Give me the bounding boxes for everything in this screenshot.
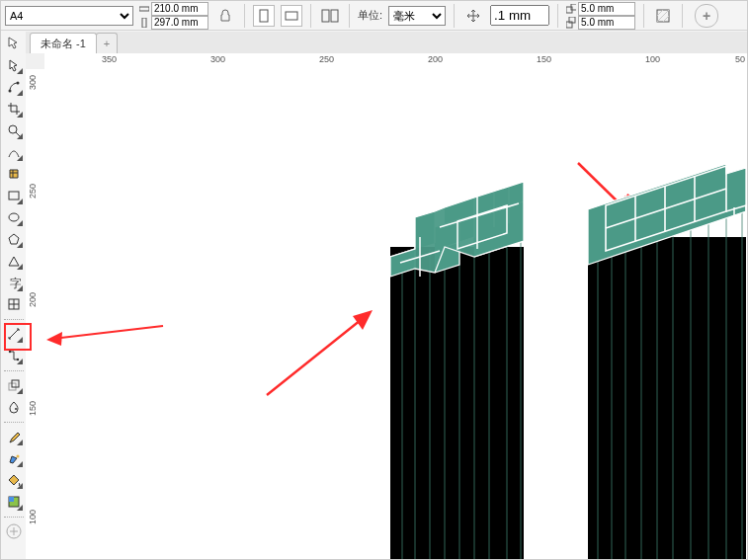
zoom-tool[interactable] <box>4 120 24 140</box>
ruler-label: 100 <box>645 54 660 64</box>
toolbox: 字 <box>1 53 27 559</box>
toolbox-separator <box>4 318 24 320</box>
rectangle-tool[interactable] <box>4 186 24 205</box>
svg-point-22 <box>15 408 17 410</box>
interactive-effects-tool[interactable] <box>4 375 24 395</box>
crop-tool[interactable] <box>4 99 24 119</box>
orientation-landscape-button[interactable] <box>281 5 302 27</box>
new-document-tab-button[interactable]: + <box>96 33 118 53</box>
svg-rect-3 <box>286 12 297 20</box>
page-height-input[interactable] <box>151 16 208 30</box>
separator <box>454 4 455 28</box>
nudge-icon <box>462 5 484 27</box>
artwork-left-glyph <box>390 182 524 559</box>
eyedropper-tool[interactable] <box>4 427 24 446</box>
separator <box>349 4 350 28</box>
separator <box>643 4 644 28</box>
apply-page-layout-icon[interactable] <box>319 5 341 27</box>
pick-tool[interactable] <box>4 55 24 75</box>
add-tool-button[interactable] <box>4 521 24 541</box>
ruler-label: 150 <box>28 401 38 416</box>
svg-marker-28 <box>46 332 62 346</box>
svg-point-13 <box>9 125 17 133</box>
horizontal-ruler[interactable]: 350 300 250 200 150 100 50 <box>44 53 747 70</box>
smart-fill-tool[interactable] <box>4 164 24 184</box>
svg-rect-34 <box>390 247 524 559</box>
transparency-tool[interactable] <box>4 397 24 417</box>
svg-point-11 <box>8 90 11 93</box>
interactive-fill-tool[interactable] <box>4 470 24 490</box>
duplicate-x-input[interactable] <box>578 2 635 16</box>
toolbox-separator <box>4 369 24 371</box>
nudge-distance-input[interactable] <box>490 5 549 26</box>
ruler-label: 100 <box>28 510 38 524</box>
page-width-input[interactable] <box>151 2 208 16</box>
svg-point-23 <box>16 455 19 458</box>
paper-size-select[interactable]: A4 <box>5 6 133 26</box>
annotation-arrow <box>267 310 373 395</box>
svg-rect-4 <box>322 10 329 22</box>
shape-tool[interactable] <box>4 77 24 97</box>
duplicate-y-input[interactable] <box>578 16 635 30</box>
ellipse-tool[interactable] <box>4 207 24 227</box>
mesh-fill-tool[interactable] <box>4 492 24 512</box>
drawing-canvas[interactable] <box>44 69 747 559</box>
document-tab-strip: 未命名 -1 + <box>26 32 747 54</box>
toolbox-separator <box>4 421 24 423</box>
svg-line-27 <box>52 326 163 339</box>
svg-rect-1 <box>142 18 146 28</box>
dimension-tool[interactable] <box>4 324 24 344</box>
polygon-tool[interactable] <box>4 229 24 249</box>
svg-line-29 <box>267 316 366 395</box>
table-tool[interactable] <box>4 294 24 314</box>
width-icon <box>139 4 149 14</box>
units-select[interactable]: 毫米 <box>388 6 446 26</box>
separator <box>310 4 311 28</box>
ruler-label: 250 <box>319 54 334 64</box>
units-label: 单位: <box>358 8 382 23</box>
document-tab[interactable]: 未命名 -1 <box>30 33 97 53</box>
property-bar: A4 单位: 毫米 <box>1 1 747 31</box>
vertical-ruler[interactable]: 300 250 200 150 100 <box>26 69 45 559</box>
ruler-label: 300 <box>210 54 225 64</box>
separator <box>244 4 245 28</box>
freehand-tool[interactable] <box>4 142 24 162</box>
page-dimensions <box>139 2 208 30</box>
outline-pen-tool[interactable] <box>4 448 24 468</box>
height-icon <box>139 18 149 28</box>
svg-marker-30 <box>353 310 373 330</box>
basic-shapes-tool[interactable] <box>4 251 24 271</box>
document-tab-label: 未命名 -1 <box>41 37 86 51</box>
canvas-artwork <box>44 69 747 559</box>
orientation-portrait-button[interactable] <box>253 5 275 27</box>
svg-rect-0 <box>139 7 149 11</box>
separator <box>557 4 558 28</box>
ruler-label: 350 <box>102 54 117 64</box>
dup-x-icon <box>566 4 576 14</box>
svg-rect-2 <box>260 10 268 22</box>
ruler-label: 50 <box>735 54 745 64</box>
ruler-label: 200 <box>28 292 38 307</box>
ruler-label: 250 <box>28 184 38 199</box>
options-plus-button[interactable]: + <box>695 4 718 28</box>
svg-point-12 <box>16 82 19 85</box>
duplicate-distance <box>566 2 635 30</box>
ruler-label: 150 <box>537 54 551 64</box>
ruler-label: 300 <box>28 75 38 90</box>
separator <box>682 4 683 28</box>
ruler-label: 200 <box>428 54 443 64</box>
svg-point-18 <box>8 351 10 353</box>
treat-as-filled-icon[interactable] <box>652 5 674 27</box>
annotation-arrow <box>46 326 163 346</box>
ruler-origin[interactable] <box>26 53 45 70</box>
text-tool[interactable]: 字 <box>4 273 24 292</box>
svg-rect-5 <box>331 10 338 22</box>
lock-ratio-icon[interactable] <box>214 5 236 27</box>
svg-rect-25 <box>9 497 14 502</box>
tab-selector-icon[interactable] <box>1 32 27 53</box>
toolbox-separator <box>4 516 24 518</box>
connector-tool[interactable] <box>4 346 24 365</box>
artwork-right-glyph <box>588 164 746 559</box>
dup-y-icon <box>566 18 576 28</box>
